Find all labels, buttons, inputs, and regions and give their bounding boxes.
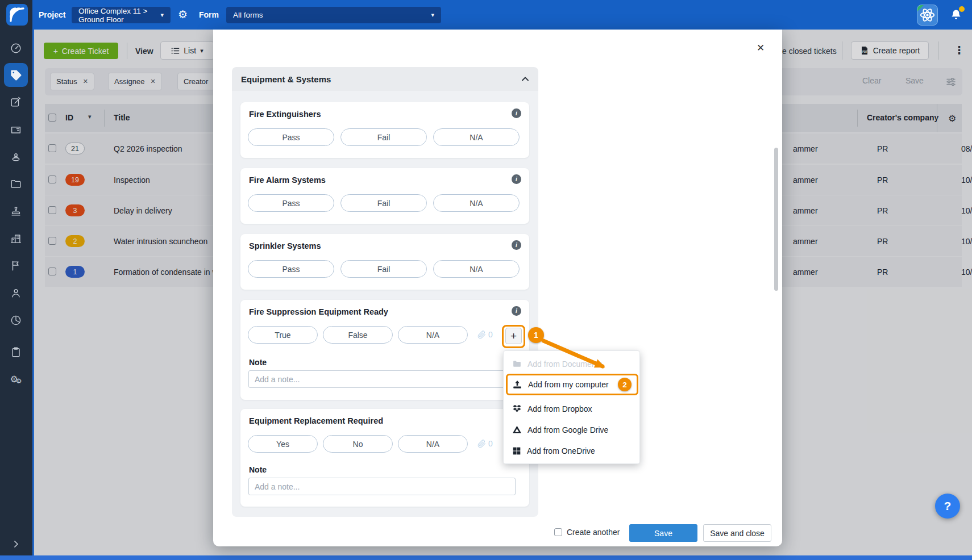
option-pass[interactable]: Pass: [248, 194, 334, 212]
menu-item-add-from-my-computer[interactable]: Add from my computer 2: [506, 374, 638, 395]
create-another-label: Create another: [567, 528, 620, 537]
option-na[interactable]: N/A: [433, 194, 520, 212]
project-dropdown-value: Office Complex 11 > Ground Floor: [78, 7, 160, 24]
field-card-sprinkler-systems: Sprinkler Systems i Pass Fail N/A: [240, 234, 529, 290]
option-fail[interactable]: Fail: [340, 128, 427, 146]
folder-icon: [512, 359, 522, 369]
integrations-atom-button[interactable]: [917, 5, 938, 26]
field-label: Fire Alarm Systems: [249, 175, 326, 185]
sidebar-item-reports[interactable]: [4, 308, 28, 332]
sidebar-item-inspections[interactable]: [4, 340, 28, 364]
notification-dot: [959, 6, 965, 12]
sidebar-nav: ⚙⚙: [0, 30, 34, 555]
option-na[interactable]: N/A: [433, 260, 520, 278]
add-attachment-button[interactable]: +: [505, 328, 522, 344]
option-pass[interactable]: Pass: [248, 260, 334, 278]
section-header-equipment-systems[interactable]: Equipment & Systems: [232, 67, 538, 91]
field-card-fire-extinguishers: Fire Extinguishers i Pass Fail N/A: [240, 102, 529, 158]
chevron-down-icon: ▾: [431, 11, 434, 19]
info-icon[interactable]: i: [512, 306, 521, 316]
attachment-count: 0: [488, 330, 493, 339]
sidebar-item-people-locations[interactable]: [4, 145, 28, 169]
dropbox-icon: [512, 404, 522, 413]
field-card-fire-suppression-ready: Fire Suppression Equipment Ready i True …: [240, 300, 529, 400]
compose-form-icon: [10, 96, 22, 108]
close-icon[interactable]: ✕: [757, 42, 765, 54]
app-screen: Project Office Complex 11 > Ground Floor…: [0, 0, 972, 560]
gauge-icon: [10, 42, 22, 55]
sidebar-item-approvals[interactable]: [4, 199, 28, 223]
create-form-modal: ✕ Equipment & Systems Fire Extinguishers…: [213, 30, 782, 546]
menu-item-add-from-google-drive[interactable]: Add from Google Drive: [504, 419, 641, 440]
form-dropdown-value: All forms: [233, 11, 263, 19]
note-input[interactable]: [248, 370, 516, 388]
person-icon: [10, 287, 22, 299]
google-drive-icon: [512, 425, 522, 434]
menu-item-label: Add from my computer: [528, 380, 609, 389]
stamp-icon: [10, 205, 22, 218]
step-2-badge: 2: [618, 378, 632, 391]
project-settings-gear-icon[interactable]: ⚙: [178, 0, 188, 30]
paperclip-icon: [477, 331, 486, 339]
info-icon[interactable]: i: [512, 108, 521, 118]
field-label: Equipment Replacement Required: [249, 416, 383, 425]
info-icon[interactable]: i: [512, 240, 521, 250]
option-no[interactable]: No: [323, 435, 393, 453]
notifications-bell-button[interactable]: [949, 7, 964, 23]
field-label: Sprinkler Systems: [249, 241, 321, 250]
save-button[interactable]: Save: [629, 524, 697, 542]
option-yes[interactable]: Yes: [248, 435, 318, 453]
menu-item-label: Add from OneDrive: [527, 446, 595, 455]
sidebar-item-company[interactable]: [4, 227, 28, 250]
flag-icon: [10, 260, 22, 272]
app-logo[interactable]: [6, 4, 28, 26]
option-fail[interactable]: Fail: [340, 260, 427, 278]
option-na[interactable]: N/A: [398, 326, 468, 344]
logo-block: [0, 0, 32, 30]
sidebar-item-tasks-active[interactable]: [4, 63, 28, 87]
form-dropdown[interactable]: All forms ▾: [226, 7, 441, 23]
sidebar-item-flags[interactable]: [4, 254, 28, 278]
menu-item-add-from-onedrive[interactable]: Add from OneDrive: [504, 440, 641, 461]
option-true[interactable]: True: [248, 326, 318, 344]
help-button[interactable]: ?: [935, 494, 960, 519]
chevron-down-icon: ▾: [160, 11, 164, 19]
field-label: Fire Extinguishers: [249, 110, 321, 119]
note-label: Note: [249, 358, 267, 367]
option-na[interactable]: N/A: [433, 128, 520, 146]
sidebar-item-forms[interactable]: [4, 90, 28, 114]
clipboard-icon: [10, 346, 22, 358]
gears-icon-small: ⚙: [16, 377, 22, 385]
section-body: Fire Extinguishers i Pass Fail N/A Fire …: [232, 91, 538, 517]
sidebar-item-dashboard[interactable]: [4, 36, 28, 60]
add-attachment-menu: Add from Documents Add from my computer …: [503, 350, 640, 464]
note-input[interactable]: [248, 478, 516, 495]
save-and-close-button[interactable]: Save and close: [703, 524, 771, 542]
attachment-count: 0: [488, 439, 493, 448]
option-pass[interactable]: Pass: [248, 128, 334, 146]
onedrive-windows-icon: [512, 446, 521, 455]
option-na[interactable]: N/A: [398, 435, 468, 453]
modal-scrollbar-thumb[interactable]: [774, 148, 778, 291]
menu-item-add-from-dropbox[interactable]: Add from Dropbox: [504, 398, 641, 419]
attachment-indicator: 0: [477, 330, 493, 339]
plans-icon: [10, 123, 22, 136]
chevron-up-icon[interactable]: [521, 76, 529, 82]
create-another-checkbox[interactable]: [554, 528, 562, 536]
sidebar-item-settings[interactable]: ⚙⚙: [4, 367, 28, 391]
sidebar-item-plans[interactable]: [4, 118, 28, 141]
field-card-equipment-replacement: Equipment Replacement Required i Yes No …: [240, 409, 529, 507]
option-false[interactable]: False: [323, 326, 393, 344]
menu-item-label: Add from Google Drive: [527, 425, 608, 434]
sidebar-expand-button[interactable]: [4, 532, 28, 556]
folder-icon: [10, 178, 22, 190]
sidebar-item-contacts[interactable]: [4, 281, 28, 305]
project-dropdown[interactable]: Office Complex 11 > Ground Floor ▾: [72, 7, 171, 23]
project-label: Project: [39, 0, 65, 30]
menu-item-add-from-documents[interactable]: Add from Documents: [504, 353, 641, 374]
option-fail[interactable]: Fail: [340, 194, 427, 212]
sidebar-item-files[interactable]: [4, 172, 28, 196]
info-icon[interactable]: i: [512, 174, 521, 184]
pie-chart-icon: [10, 314, 22, 327]
atom-green-corner: [917, 5, 924, 11]
